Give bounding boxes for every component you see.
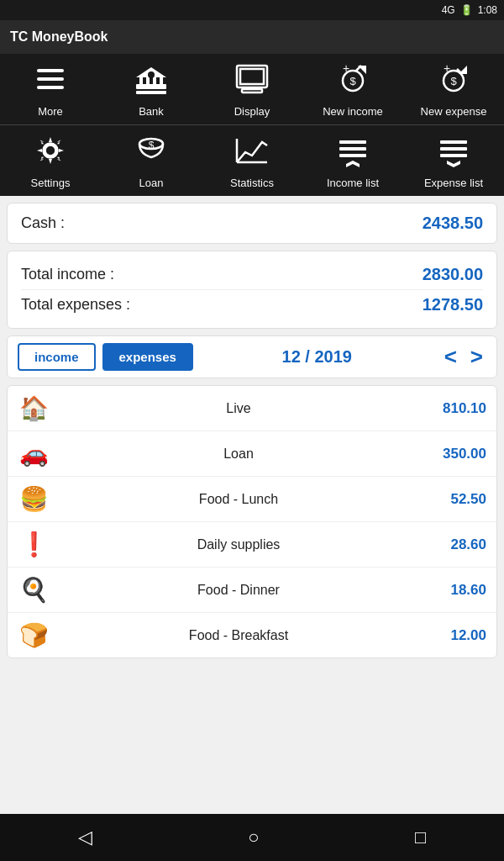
recents-button[interactable]: □ xyxy=(398,820,443,855)
expense-icon: ❗ xyxy=(18,531,50,558)
expense-icon: 🍞 xyxy=(18,621,50,649)
svg-rect-31 xyxy=(339,140,366,144)
svg-text:$: $ xyxy=(349,75,356,87)
nav-more-label: More xyxy=(38,105,63,118)
total-income-value: 2830.00 xyxy=(423,265,483,284)
total-expenses-value: 1278.50 xyxy=(423,295,483,314)
nav-settings-label: Settings xyxy=(31,177,71,189)
nav-row-1: More Bank xyxy=(0,54,504,124)
svg-rect-6 xyxy=(146,77,150,86)
new-expense-icon: $ + xyxy=(435,61,472,102)
back-button[interactable]: ◁ xyxy=(61,820,109,855)
expense-icon: 🏠 xyxy=(18,394,50,422)
expense-value: 52.50 xyxy=(428,491,486,508)
expense-value: 350.00 xyxy=(428,446,486,462)
nav-bank[interactable]: Bank xyxy=(101,54,202,124)
total-expenses-row: Total expenses : 1278.50 xyxy=(21,289,483,320)
expense-value: 28.60 xyxy=(428,536,486,553)
expense-name: Food - Breakfast xyxy=(60,628,417,643)
svg-text:+: + xyxy=(444,61,450,75)
expense-row[interactable]: 🍞Food - Breakfast12.00 xyxy=(8,613,496,658)
svg-rect-5 xyxy=(139,77,143,86)
total-expenses-label: Total expenses : xyxy=(21,296,130,314)
svg-point-10 xyxy=(148,71,155,78)
svg-rect-35 xyxy=(440,140,467,144)
app-title: TC MoneyBook xyxy=(10,29,108,45)
expense-name: Live xyxy=(60,401,417,416)
svg-rect-33 xyxy=(339,154,366,157)
prev-period-button[interactable]: < xyxy=(441,344,460,370)
expense-row[interactable]: 🚗Loan350.00 xyxy=(8,431,496,477)
period-selector: income expenses 12 / 2019 < > xyxy=(7,335,497,378)
svg-rect-7 xyxy=(153,77,156,86)
home-button[interactable]: ○ xyxy=(231,820,276,855)
expense-row[interactable]: ❗Daily supplies28.60 xyxy=(8,522,496,568)
svg-text:+: + xyxy=(343,61,349,75)
main-content: Cash : 2438.50 Total income : 2830.00 To… xyxy=(0,196,504,814)
title-bar: TC MoneyBook xyxy=(0,20,504,54)
nav-row-2: Settings $ Loan Statistics xyxy=(0,125,504,196)
svg-rect-12 xyxy=(240,69,264,84)
nav-loan[interactable]: $ Loan xyxy=(101,125,202,196)
svg-rect-32 xyxy=(339,147,366,151)
total-income-label: Total income : xyxy=(21,266,114,283)
svg-rect-1 xyxy=(37,77,64,81)
nav-statistics-label: Statistics xyxy=(230,177,274,189)
expense-list: 🏠Live810.10🚗Loan350.00🍔Food - Lunch52.50… xyxy=(7,385,497,658)
expense-value: 12.00 xyxy=(428,627,486,644)
nav-income-list[interactable]: Income list xyxy=(302,125,403,196)
svg-rect-4 xyxy=(136,91,166,94)
cash-label: Cash : xyxy=(21,214,65,232)
cash-value: 2438.50 xyxy=(423,214,483,233)
next-period-button[interactable]: > xyxy=(467,344,486,370)
cash-card: Cash : 2438.50 xyxy=(7,203,497,244)
expenses-tab[interactable]: expenses xyxy=(102,343,193,371)
bank-icon xyxy=(133,61,170,102)
expense-row[interactable]: 🍳Food - Dinner18.60 xyxy=(8,568,496,613)
summary-card: Total income : 2830.00 Total expenses : … xyxy=(7,251,497,329)
nav-display-label: Display xyxy=(234,105,270,118)
expense-name: Food - Lunch xyxy=(60,492,417,507)
expense-value: 18.60 xyxy=(428,582,486,599)
svg-rect-36 xyxy=(440,147,467,151)
nav-new-expense-label: New expense xyxy=(421,105,487,118)
svg-point-26 xyxy=(46,146,55,155)
nav-new-income-label: New income xyxy=(323,105,383,118)
svg-rect-13 xyxy=(242,89,262,92)
nav-bank-label: Bank xyxy=(139,105,164,118)
nav-statistics[interactable]: Statistics xyxy=(202,125,302,196)
svg-marker-38 xyxy=(447,161,460,167)
menu-icon xyxy=(32,61,69,102)
expense-row[interactable]: 🏠Live810.10 xyxy=(8,386,496,431)
expense-value: 810.10 xyxy=(428,400,486,417)
expense-row[interactable]: 🍔Food - Lunch52.50 xyxy=(8,477,496,522)
nav-more[interactable]: More xyxy=(0,54,101,124)
nav-income-list-label: Income list xyxy=(327,177,379,189)
svg-rect-8 xyxy=(160,77,163,86)
nav-settings[interactable]: Settings xyxy=(0,125,101,196)
expense-icon: 🍳 xyxy=(18,576,50,604)
svg-marker-34 xyxy=(346,161,360,167)
expense-name: Food - Dinner xyxy=(60,583,417,598)
display-icon xyxy=(234,61,270,102)
nav-expense-list[interactable]: Expense list xyxy=(403,125,504,196)
nav-new-expense[interactable]: $ + New expense xyxy=(403,54,504,124)
period-label: 12 / 2019 xyxy=(200,347,434,367)
new-income-icon: $ + xyxy=(334,61,371,102)
expense-list-icon xyxy=(435,132,472,173)
income-tab[interactable]: income xyxy=(18,343,96,371)
svg-rect-2 xyxy=(37,86,64,89)
battery-icon: 🔋 xyxy=(460,4,473,16)
status-bar: 4G 🔋 1:08 xyxy=(0,0,504,20)
time-display: 1:08 xyxy=(478,4,497,16)
total-income-row: Total income : 2830.00 xyxy=(21,260,483,289)
loan-icon: $ xyxy=(133,132,170,173)
svg-rect-0 xyxy=(37,69,64,72)
nav-display[interactable]: Display xyxy=(202,54,302,124)
svg-rect-37 xyxy=(440,154,467,157)
nav-expense-list-label: Expense list xyxy=(424,177,483,189)
nav-new-income[interactable]: $ + New income xyxy=(302,54,403,124)
network-indicator: 4G xyxy=(442,4,455,16)
statistics-icon xyxy=(234,132,270,173)
expense-name: Loan xyxy=(60,446,417,462)
